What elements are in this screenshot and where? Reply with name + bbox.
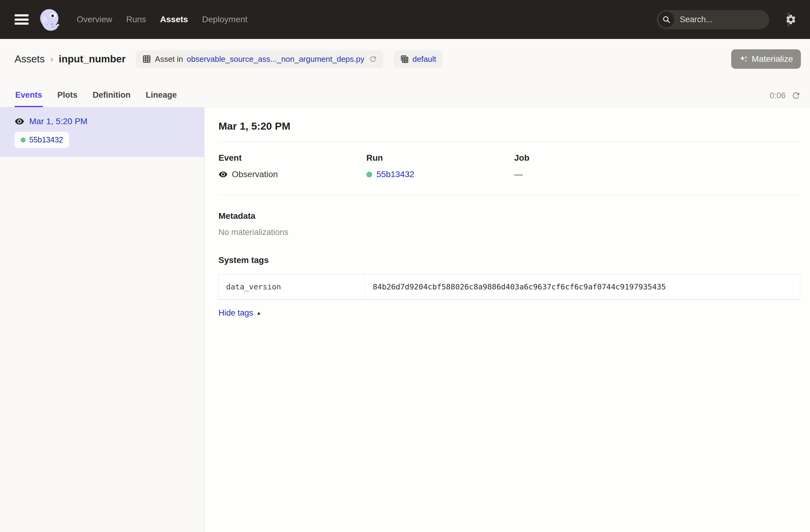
breadcrumb-chevron-icon: ›	[50, 54, 53, 64]
tab-plots[interactable]: Plots	[57, 91, 78, 107]
materialize-button[interactable]: Materialize	[731, 49, 801, 69]
chevron-up-icon: ▲	[256, 310, 261, 316]
tab-events[interactable]: Events	[15, 91, 43, 107]
menu-icon[interactable]	[15, 14, 29, 25]
event-detail-title: Mar 1, 5:20 PM	[218, 120, 800, 132]
column-header-event: Event	[218, 153, 366, 163]
asset-page-header: Assets › input_number Asset in observabl…	[0, 39, 810, 108]
refresh-countdown: 0:06	[770, 91, 785, 100]
observation-eye-icon	[15, 116, 25, 126]
run-id-label: 55b13432	[29, 135, 63, 144]
materialize-label: Materialize	[752, 54, 793, 64]
search-input[interactable]	[674, 15, 788, 25]
metadata-empty-text: No materializations	[218, 228, 800, 237]
reload-definition-icon[interactable]	[369, 55, 377, 63]
system-tags-table: data_version 84b26d7d9204cbf588026c8a988…	[218, 274, 800, 300]
asset-source-file-link[interactable]: observable_source_ass..._non_argument_de…	[187, 54, 364, 64]
page-title: input_number	[59, 53, 126, 65]
observation-eye-icon	[218, 170, 228, 179]
event-list-sidebar: Mar 1, 5:20 PM 55b13432	[0, 108, 205, 532]
hide-tags-link[interactable]: Hide tags ▲	[218, 308, 261, 318]
settings-gear-icon[interactable]	[785, 14, 797, 25]
column-header-job: Job	[514, 153, 800, 163]
job-empty-value: —	[514, 170, 523, 179]
metadata-heading: Metadata	[218, 211, 800, 221]
table-icon	[142, 54, 151, 64]
sparkles-icon	[739, 54, 748, 64]
run-status-dot	[366, 172, 372, 177]
search-icon	[659, 12, 674, 27]
group-default-link[interactable]: default	[412, 54, 436, 64]
asset-in-label: Asset in	[155, 54, 183, 64]
refresh-icon[interactable]	[791, 91, 801, 100]
event-list-item-selected[interactable]: Mar 1, 5:20 PM 55b13432	[0, 108, 204, 157]
nav-item-overview[interactable]: Overview	[77, 15, 112, 25]
breadcrumb-assets-link[interactable]: Assets	[15, 53, 45, 65]
run-id-tag[interactable]: 55b13432	[15, 132, 69, 148]
primary-nav: Overview Runs Assets Deployment	[77, 15, 247, 25]
nav-item-assets[interactable]: Assets	[160, 15, 188, 25]
run-status-dot	[21, 138, 26, 142]
tab-definition[interactable]: Definition	[92, 91, 131, 107]
asset-definition-pill: Asset in observable_source_ass..._non_ar…	[136, 50, 383, 68]
nav-item-deployment[interactable]: Deployment	[202, 15, 247, 25]
event-timestamp-link[interactable]: Mar 1, 5:20 PM	[29, 116, 87, 126]
event-type-value: Observation	[232, 170, 278, 179]
asset-tabs: Events Plots Definition Lineage 0:06	[0, 76, 810, 107]
column-header-run: Run	[366, 153, 514, 163]
run-id-link[interactable]: 55b13432	[376, 170, 415, 179]
dagster-logo-icon[interactable]	[38, 7, 62, 32]
top-navigation-bar: Overview Runs Assets Deployment /	[0, 0, 810, 39]
asset-group-pill: default	[394, 50, 442, 68]
event-detail-panel: Mar 1, 5:20 PM Event Observation Run 55b…	[205, 108, 810, 532]
hide-tags-label: Hide tags	[218, 308, 253, 318]
nav-item-runs[interactable]: Runs	[126, 15, 146, 25]
breadcrumb: Assets › input_number Asset in observabl…	[0, 39, 810, 76]
system-tags-heading: System tags	[218, 255, 800, 265]
tag-key-cell: data_version	[219, 275, 365, 299]
search-box[interactable]: /	[657, 10, 769, 29]
tab-lineage[interactable]: Lineage	[145, 91, 177, 107]
asset-group-icon	[400, 54, 409, 64]
tag-value-cell: 84b26d7d9204cbf588026c8a9886d403a6c9637c…	[365, 275, 800, 299]
